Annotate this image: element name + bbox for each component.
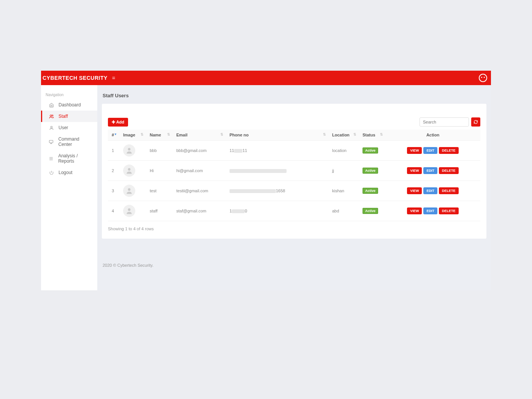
cell-phone: 10 [226, 201, 328, 221]
topbar: CYBERTECH SECURITY ≡ [41, 71, 491, 85]
cell-status: Active [359, 201, 385, 221]
sidebar-item-label: Analysis / Reports [58, 153, 93, 164]
edit-button[interactable]: EDIT [423, 167, 437, 174]
add-button[interactable]: ✚ Add [108, 118, 128, 127]
list-icon [49, 156, 54, 161]
sidebar: Navigation Dashboard Staff User [41, 85, 97, 290]
cell-num: 1 [108, 141, 119, 161]
cell-action: VIEWEDITDELETE [385, 161, 480, 181]
delete-button[interactable]: DELETE [439, 207, 459, 214]
cell-num: 2 [108, 161, 119, 181]
cell-email: testii@gmail.com [173, 181, 226, 201]
menu-toggle-icon[interactable]: ≡ [112, 75, 115, 81]
edit-button[interactable]: EDIT [423, 147, 437, 154]
nav-section-label: Navigation [41, 89, 97, 99]
avatar-icon [123, 205, 135, 217]
plus-icon: ✚ [112, 120, 116, 124]
search-input[interactable] [420, 117, 469, 127]
cell-status: Active [359, 181, 385, 201]
cell-image [119, 161, 146, 181]
sidebar-item-user[interactable]: User [41, 122, 97, 133]
svg-point-1 [52, 115, 53, 116]
footer-text: 2020 © Cybertech Security. [102, 258, 486, 273]
sidebar-item-logout[interactable]: Logout [41, 167, 97, 178]
delete-button[interactable]: DELETE [439, 187, 459, 194]
staff-table-card: ✚ Add # Image Name [102, 104, 486, 239]
users-icon [49, 114, 54, 119]
col-name[interactable]: Name [146, 130, 173, 141]
table-row: 4staffstaf@gmail.com10abdActiveVIEWEDITD… [108, 201, 480, 221]
col-num[interactable]: # [108, 130, 119, 141]
cell-email: bbb@gmail.com [173, 141, 226, 161]
sidebar-item-label: Staff [59, 114, 68, 119]
user-icon [49, 125, 54, 130]
page-title: Staff Users [103, 93, 486, 98]
status-badge: Active [363, 147, 378, 154]
view-button[interactable]: VIEW [407, 167, 422, 174]
col-status[interactable]: Status [359, 130, 385, 141]
status-badge: Active [363, 168, 378, 174]
cell-num: 3 [108, 181, 119, 201]
sidebar-item-dashboard[interactable]: Dashboard [41, 99, 97, 111]
status-badge: Active [363, 208, 378, 214]
cell-phone: 1658 [226, 181, 328, 201]
cell-action: VIEWEDITDELETE [385, 181, 480, 201]
cell-location: location [328, 141, 359, 161]
svg-point-5 [128, 168, 131, 171]
cell-status: Active [359, 141, 385, 161]
view-button[interactable]: VIEW [407, 187, 422, 194]
svg-point-7 [128, 208, 131, 211]
cell-name: test [146, 181, 173, 201]
cell-action: VIEWEDITDELETE [385, 141, 480, 161]
svg-point-0 [50, 115, 51, 116]
refresh-button[interactable] [471, 117, 480, 127]
cell-location: abd [328, 201, 359, 221]
sidebar-item-label: Logout [59, 170, 73, 175]
view-button[interactable]: VIEW [407, 147, 422, 154]
cell-num: 4 [108, 201, 119, 221]
edit-button[interactable]: EDIT [423, 187, 437, 194]
col-location[interactable]: Location [328, 130, 359, 141]
col-action: Action [385, 130, 480, 141]
avatar-icon [123, 165, 135, 177]
cell-name: bbb [146, 141, 173, 161]
refresh-icon [473, 120, 478, 124]
cell-name: staff [146, 201, 173, 221]
col-image[interactable]: Image [119, 130, 146, 141]
svg-point-6 [128, 188, 131, 191]
table-row: 2Hihi@gmail.comjjActiveVIEWEDITDELETE [108, 161, 480, 181]
cell-phone: 1111 [226, 141, 328, 161]
cell-image [119, 201, 146, 221]
sidebar-item-analysis[interactable]: Analysis / Reports [41, 150, 97, 167]
home-icon [49, 102, 54, 108]
cell-name: Hi [146, 161, 173, 181]
sidebar-item-command-center[interactable]: Command Center [41, 133, 97, 150]
cell-location: kishan [328, 181, 359, 201]
avatar-icon [123, 144, 135, 157]
table-row: 3testtestii@gmail.com1658kishanActiveVIE… [108, 181, 480, 201]
brand-title: CYBERTECH SECURITY [43, 75, 108, 81]
sidebar-item-staff[interactable]: Staff [41, 111, 97, 122]
delete-button[interactable]: DELETE [439, 167, 459, 174]
delete-button[interactable]: DELETE [439, 147, 459, 154]
svg-point-2 [51, 126, 52, 128]
col-email[interactable]: Email [173, 130, 226, 141]
svg-rect-3 [49, 140, 53, 143]
sidebar-item-label: Command Center [58, 136, 93, 147]
cell-status: Active [359, 161, 385, 181]
cell-email: staf@gmail.com [173, 201, 226, 221]
cell-action: VIEWEDITDELETE [385, 201, 480, 221]
sidebar-item-label: User [59, 125, 68, 130]
table-row: 1bbbbbb@gmail.com1111locationActiveVIEWE… [108, 141, 480, 161]
cell-phone [226, 161, 328, 181]
svg-point-4 [128, 148, 131, 150]
cell-location: jj [328, 161, 359, 181]
edit-button[interactable]: EDIT [423, 207, 437, 214]
user-avatar-menu[interactable] [479, 74, 487, 82]
view-button[interactable]: VIEW [407, 207, 422, 214]
cell-image [119, 181, 146, 201]
sidebar-item-label: Dashboard [59, 102, 81, 108]
status-badge: Active [363, 188, 378, 194]
col-phone[interactable]: Phone no [226, 130, 328, 141]
power-icon [49, 170, 54, 175]
